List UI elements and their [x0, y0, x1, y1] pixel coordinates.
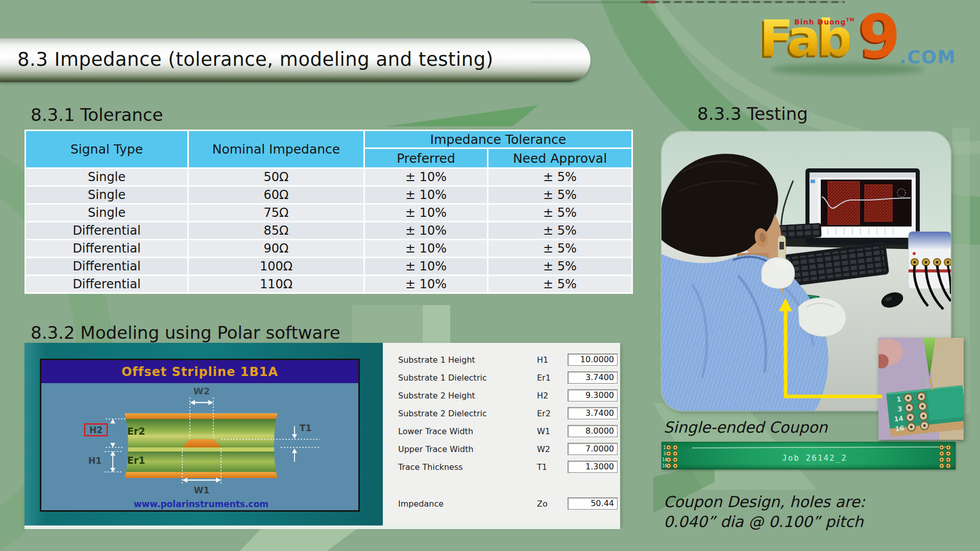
- coupon-strip-graphic: Job 26142_2 1 3 14 16: [662, 442, 955, 469]
- table-row: Single75Ω± 10%± 5%: [26, 204, 632, 222]
- logo-tagline: Binh DuongTM: [794, 17, 855, 26]
- logo-tm-mark: TM: [846, 17, 854, 22]
- fab9-logo: Fab 9 .COM Binh DuongTM: [750, 3, 980, 80]
- cell-approval: ± 5%: [488, 186, 632, 204]
- heading-tolerance: 8.3.1 Tolerance: [31, 105, 163, 125]
- table-row: Differential110Ω± 10%± 5%: [26, 276, 632, 293]
- cell-approval: ± 5%: [488, 168, 632, 186]
- swoosh-band-below-table: [423, 305, 450, 345]
- cell-impedance: 110Ω: [188, 276, 364, 293]
- coupon-pin-number: 3: [663, 452, 666, 456]
- cell-approval: ± 5%: [488, 240, 632, 258]
- cell-signal: Single: [26, 204, 188, 222]
- field-label: Substrate 2 Height: [398, 391, 475, 400]
- field-symbol: H1: [537, 355, 548, 365]
- stripline-diagram-panel: Offset Stripline 1B1A: [40, 359, 360, 512]
- heading-modeling: 8.3.2 Modeling using Polar software: [31, 322, 340, 343]
- field-symbol: Zo: [537, 499, 548, 509]
- slide-title: 8.3 Impedance (tolerance, modeling and t…: [17, 38, 494, 81]
- glove-right: [798, 298, 846, 337]
- right-edge-curve: [274, 409, 287, 483]
- cell-impedance: 50Ω: [188, 168, 364, 186]
- cell-approval: ± 5%: [488, 222, 632, 240]
- heading-testing: 8.3.3 Testing: [697, 104, 808, 124]
- swoosh-bottom-wedge: [240, 529, 357, 551]
- field-symbol: H2: [537, 391, 548, 400]
- swoosh-band-below-table-soft: [352, 305, 423, 345]
- w1-input[interactable]: 8.0000: [568, 425, 618, 437]
- label-w1: W1: [194, 485, 210, 495]
- col-header-need-approval: Need Approval: [488, 148, 632, 168]
- label-er2: Er2: [127, 425, 145, 437]
- cell-preferred: ± 10%: [364, 276, 488, 293]
- top-edge-artifact-line-faint: [531, 2, 641, 3]
- form-row: Lower Trace WidthW18.0000: [383, 425, 620, 438]
- swoosh-wedge-near-table: [385, 105, 538, 129]
- w2-input[interactable]: 7.0000: [568, 443, 618, 455]
- cell-signal: Differential: [26, 240, 188, 258]
- instrument-led: [913, 252, 916, 255]
- probe-closeup-inset: 1 3 14 16: [878, 338, 964, 440]
- cell-signal: Single: [26, 168, 188, 186]
- t1-input[interactable]: 1.3000: [568, 461, 618, 473]
- cell-impedance: 100Ω: [188, 258, 364, 276]
- cell-approval: ± 5%: [488, 258, 632, 276]
- logo-com-text: .COM: [899, 47, 957, 67]
- form-row: Substrate 2 HeightH29.3000: [383, 389, 620, 403]
- single-ended-coupon: Job 26142_2 1 3 14 16: [662, 442, 955, 469]
- coupon-pin-number: 1: [663, 445, 666, 450]
- cell-impedance: 75Ω: [188, 204, 364, 222]
- col-header-preferred: Preferred: [364, 148, 488, 168]
- table-row: Differential100Ω± 10%± 5%: [26, 258, 632, 276]
- field-label: Substrate 1 Height: [398, 355, 475, 365]
- field-symbol: Er2: [537, 409, 551, 418]
- col-header-impedance-tolerance: Impedance Tolerance: [364, 131, 632, 148]
- cell-preferred: ± 10%: [364, 240, 488, 258]
- h1-input[interactable]: 10.0000: [568, 354, 618, 366]
- bottom-copper-plane: [121, 472, 281, 478]
- table-row: Single60Ω± 10%± 5%: [26, 186, 632, 204]
- cell-signal: Differential: [26, 258, 188, 276]
- coupon-pin-number: 14: [662, 458, 667, 462]
- top-copper-plane: [121, 413, 281, 419]
- coupon-design-note: Coupon Design, holes are: 0.040” dia @ 0…: [664, 492, 865, 532]
- coupon-pin-number: 16: [662, 464, 667, 468]
- substrate-boundary: [121, 447, 281, 452]
- coupon-caption: Single-ended Coupon: [664, 418, 827, 436]
- h2-input[interactable]: 9.3000: [568, 389, 618, 402]
- form-row: Trace ThicknessT11.3000: [383, 461, 620, 474]
- zo-input[interactable]: 50.44: [568, 497, 618, 510]
- cell-impedance: 85Ω: [188, 222, 364, 240]
- cell-preferred: ± 10%: [364, 258, 488, 276]
- cell-signal: Single: [26, 186, 188, 204]
- field-label: Trace Thickness: [398, 462, 463, 472]
- stripline-diagram: W2 H2 H1 Er2: [41, 383, 358, 510]
- logo-nine-text: 9: [859, 6, 900, 66]
- polar-teal-frame: Offset Stripline 1B1A: [24, 343, 383, 525]
- label-w2: W2: [193, 386, 210, 396]
- coupon-job-text: Job 26142_2: [782, 453, 847, 463]
- er1-input[interactable]: 3.7400: [568, 371, 618, 384]
- table-row: Single50Ω± 10%± 5%: [26, 168, 632, 186]
- stripline-diagram-titlebar: Offset Stripline 1B1A: [41, 360, 358, 383]
- er2-input[interactable]: 3.7400: [568, 407, 618, 419]
- label-h2: H2: [89, 425, 103, 435]
- polar-parameter-form: Substrate 1 HeightH110.0000 Substrate 1 …: [383, 343, 620, 525]
- design-note-line1: Coupon Design, holes are:: [664, 492, 865, 512]
- cell-preferred: ± 10%: [364, 186, 488, 204]
- form-row: ImpedanceZo50.44: [383, 497, 620, 511]
- table-row: Differential85Ω± 10%± 5%: [26, 222, 632, 240]
- cell-impedance: 60Ω: [188, 186, 364, 204]
- cell-signal: Differential: [26, 222, 188, 240]
- label-er1: Er1: [127, 455, 145, 466]
- design-note-line2: 0.040” dia @ 0.100” pitch: [664, 512, 865, 532]
- field-label: Substrate 2 Dielectric: [398, 409, 487, 418]
- cell-approval: ± 5%: [488, 276, 632, 293]
- tolerance-table: Signal Type Nominal Impedance Impedance …: [24, 130, 633, 294]
- stripline-diagram-title: Offset Stripline 1B1A: [121, 365, 278, 379]
- cell-impedance: 90Ω: [188, 240, 364, 258]
- field-label: Substrate 1 Dielectric: [398, 373, 487, 383]
- polar-website-link[interactable]: www.polarinstruments.com: [134, 499, 268, 509]
- cell-preferred: ± 10%: [364, 168, 488, 186]
- form-row: Substrate 1 DielectricEr13.7400: [383, 371, 620, 385]
